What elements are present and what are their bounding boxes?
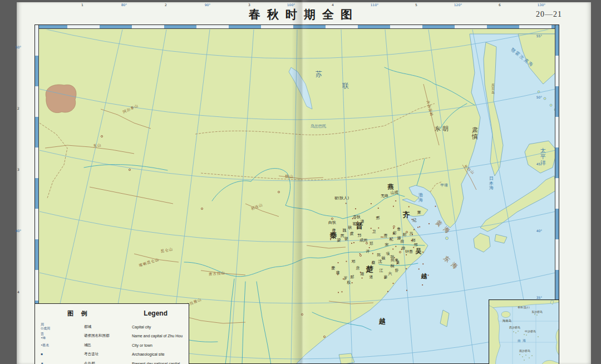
inset-svg	[489, 300, 559, 364]
legend-row: •邑名 城邑 City or town	[41, 342, 183, 349]
graticule-tick: 3	[248, 3, 250, 7]
inset-label: 南沙群岛	[519, 350, 530, 352]
inset-label: 南海	[518, 339, 528, 342]
legend-symbol: •邑名	[41, 343, 84, 347]
book-scan: 春秋时期全图 20—21	[0, 0, 601, 364]
graticule-tick: 6	[499, 3, 501, 7]
inset-hainan	[501, 312, 510, 318]
graticule-tick: 5	[415, 3, 417, 7]
page-number: 20—21	[536, 10, 562, 19]
graticule-tick: 3	[17, 168, 19, 171]
legend-box: 图例 Legend 周 ⊙成周 都城 Capital city 晋 •绛 诸侯国…	[35, 303, 189, 364]
graticule-tick: 2	[165, 3, 167, 7]
legend-symbol: 周 ⊙成周	[41, 323, 84, 330]
inset-label: 香港(英占)	[518, 307, 530, 309]
graticule-tick: 110°	[371, 3, 378, 7]
inset-map-south-china-sea: 香港(英占)东沙群岛海南岛西沙群岛中沙群岛南海南沙群岛	[489, 299, 559, 364]
graticule-tick: 80°	[121, 3, 127, 7]
graticule-tick: 35°	[536, 296, 543, 299]
graticule-tick: 130°	[538, 3, 545, 7]
inset-label: 东沙群岛	[531, 311, 543, 313]
graticule-tick: 50°	[536, 95, 543, 99]
graticule-tick: 45°	[536, 162, 543, 166]
legend-row: 晋 •绛 诸侯国名和国都 Name and capital of Zhu Hou	[41, 332, 183, 340]
legend-symbol: 晋 •绛	[41, 332, 84, 340]
inset-label: 海南岛	[503, 319, 512, 323]
graticule-tick: 40°	[536, 229, 543, 233]
graticule-tick: 50°	[16, 45, 22, 49]
graticule-tick: 2	[17, 106, 19, 110]
inset-label: 西沙群岛	[509, 326, 520, 329]
graticule-tick: 40°	[16, 229, 22, 233]
graticule-tick: 90°	[205, 3, 211, 7]
legend-title-en: Legend	[144, 309, 168, 317]
graticule-band-top	[35, 25, 559, 29]
graticule-tick: 120°	[454, 3, 462, 7]
legend-symbol: ★	[41, 362, 84, 364]
graticule-tick: 1	[81, 3, 83, 7]
legend-symbol: ▪	[41, 352, 84, 356]
inset-label: 中沙群岛	[525, 330, 536, 333]
legend-title-zh: 图例	[67, 309, 95, 318]
legend-row: 周 ⊙成周 都城 Capital city	[41, 323, 183, 331]
desert-patch	[46, 85, 76, 113]
legend-header: 图例 Legend	[41, 308, 183, 321]
graticule-tick: 4	[17, 290, 19, 294]
book-page: 春秋时期全图 20—21	[17, 2, 591, 364]
jeju-island	[446, 237, 449, 240]
graticule-tick: 4	[332, 3, 334, 7]
legend-row: ▪ 考古遗址 Archaeological site	[41, 351, 183, 358]
graticule-tick: 55°	[536, 34, 543, 38]
legend-row-cutoff: ★ 今首都 Present-day national capital	[41, 360, 183, 364]
page-title: 春秋时期全图	[17, 7, 591, 22]
graticule-tick: 100°	[287, 3, 295, 7]
